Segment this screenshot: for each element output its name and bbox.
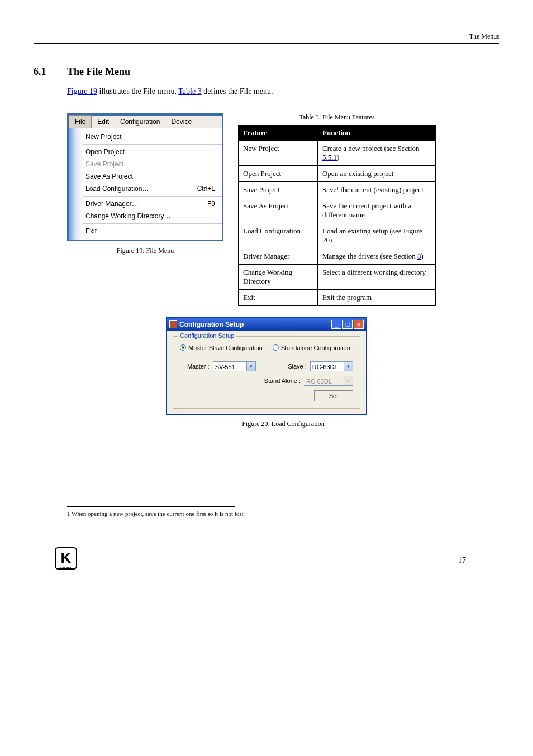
- cell-feature: Load Configuration: [239, 223, 318, 248]
- menubar: File Edit Configuration Device: [69, 116, 222, 128]
- menu-separator: [83, 196, 222, 197]
- titlebar[interactable]: Configuration Setup _ □ ×: [167, 318, 366, 331]
- table-row: Driver Manager Manage the drivers (see S…: [239, 248, 436, 264]
- radio-label: Master Slave Configuration: [188, 344, 263, 351]
- close-button[interactable]: ×: [354, 320, 364, 329]
- menu-load-configuration[interactable]: Load Configuration…Ctrl+L: [83, 183, 222, 195]
- menu-sidebar-gradient: [69, 128, 83, 240]
- slave-value: RC-63DL: [310, 361, 344, 371]
- section-link[interactable]: 8: [417, 252, 421, 260]
- kramer-logo: K KRAMER: [55, 547, 77, 570]
- standalone-combo: RC-63DL ▾: [304, 376, 353, 386]
- th-feature: Feature: [239, 125, 318, 140]
- master-value: SV-551: [213, 361, 247, 371]
- menu-item-label: New Project: [85, 133, 122, 141]
- cell-function: Create a new project (see Section 5.5.1): [317, 140, 435, 165]
- set-button[interactable]: Set: [314, 390, 353, 401]
- radio-icon: [273, 344, 279, 351]
- radio-master-slave[interactable]: Master Slave Configuration: [180, 344, 263, 351]
- menu-item-label: Driver Manager…: [85, 200, 139, 208]
- cell-feature: Save As Project: [239, 198, 318, 223]
- table-row: Save Project Save¹ the current (existing…: [239, 181, 436, 198]
- cell-function: Exit the program: [317, 289, 435, 305]
- table-row: Exit Exit the program: [239, 289, 436, 305]
- menu-separator: [83, 223, 222, 224]
- cell-feature: Open Project: [239, 165, 318, 181]
- configuration-setup-dialog: Configuration Setup _ □ × Configuration …: [166, 317, 367, 415]
- file-menu-screenshot: File Edit Configuration Device New Proje…: [67, 113, 223, 241]
- menu-file[interactable]: File: [69, 115, 92, 128]
- menu-item-label: Save Project: [85, 160, 123, 168]
- menu-item-label: Open Project: [85, 148, 125, 156]
- file-menu-features-table: Feature Function New Project Create a ne…: [238, 125, 436, 306]
- menu-device[interactable]: Device: [165, 116, 197, 128]
- table-row: Change Working Directory Select a differ…: [239, 264, 436, 289]
- menu-edit[interactable]: Edit: [92, 116, 115, 128]
- para-text1: illustrates the File menu.: [97, 87, 178, 95]
- radio-icon: [180, 344, 186, 351]
- cell-function: Manage the drivers (see Section 8): [317, 248, 435, 264]
- intro-paragraph: Figure 19 illustrates the File menu. Tab…: [67, 85, 499, 98]
- table-row: Save As Project Save the current project…: [239, 198, 436, 223]
- cell-feature: Exit: [239, 289, 318, 305]
- master-combo[interactable]: SV-551 ▾: [213, 361, 256, 371]
- groupbox-legend: Configuration Setup: [178, 332, 236, 339]
- master-label: Master :: [180, 363, 210, 370]
- menu-exit[interactable]: Exit: [83, 225, 222, 237]
- cell-function: Select a different working directory: [317, 264, 435, 289]
- menu-driver-manager[interactable]: Driver Manager…F9: [83, 198, 222, 210]
- section-title: The File Menu: [67, 66, 130, 78]
- menu-item-label: Load Configuration…: [85, 185, 149, 193]
- table3-link[interactable]: Table 3: [178, 87, 201, 95]
- dialog-title: Configuration Setup: [179, 320, 244, 328]
- chevron-down-icon[interactable]: ▾: [247, 361, 256, 371]
- menu-save-project: Save Project: [83, 158, 222, 170]
- cell-function: Save the current project with a differen…: [317, 198, 435, 223]
- logo-sublabel: KRAMER: [60, 566, 71, 569]
- figure19-link[interactable]: Figure 19: [67, 87, 97, 95]
- footnote: 1 When opening a new project, save the c…: [67, 510, 499, 517]
- menu-save-as-project[interactable]: Save As Project: [83, 170, 222, 183]
- cell-function: Load an existing setup (see Figure 20): [317, 223, 435, 248]
- cell-feature: Save Project: [239, 181, 318, 198]
- table3-caption: Table 3: File Menu Features: [238, 113, 436, 122]
- file-menu-list: New Project Open Project Save Project Sa…: [83, 128, 222, 240]
- cell-feature: Driver Manager: [239, 248, 318, 264]
- slave-combo[interactable]: RC-63DL ▾: [310, 361, 353, 371]
- menu-separator: [83, 144, 222, 145]
- section-heading: 6.1 The File Menu: [34, 66, 499, 78]
- para-text2: defines the File menu.: [202, 87, 273, 95]
- cell-function: Open an existing project: [317, 165, 435, 181]
- menu-new-project[interactable]: New Project: [83, 131, 222, 143]
- figure19-caption: Figure 19: File Menu: [67, 247, 223, 255]
- section-link[interactable]: 5.5.1: [322, 153, 337, 161]
- cell-function: Save¹ the current (existing) project: [317, 181, 435, 198]
- chevron-down-icon[interactable]: ▾: [344, 361, 353, 371]
- maximize-button[interactable]: □: [342, 320, 353, 329]
- minimize-button[interactable]: _: [331, 320, 341, 329]
- radio-label: Standalone Configuration: [281, 344, 350, 351]
- menu-item-label: Exit: [85, 227, 97, 235]
- table-row: New Project Create a new project (see Se…: [239, 140, 436, 165]
- menu-open-project[interactable]: Open Project: [83, 146, 222, 158]
- table-row: Load Configuration Load an existing setu…: [239, 223, 436, 248]
- standalone-value: RC-63DL: [304, 376, 344, 386]
- page-number: 17: [458, 556, 466, 565]
- menu-change-working-dir[interactable]: Change Working Directory…: [83, 210, 222, 222]
- chevron-down-icon: ▾: [344, 376, 353, 386]
- configuration-setup-group: Configuration Setup Master Slave Configu…: [173, 336, 360, 409]
- cell-feature: New Project: [239, 140, 318, 165]
- top-rule: [34, 43, 499, 44]
- th-function: Function: [317, 125, 435, 140]
- slave-label: Slave :: [287, 363, 307, 370]
- logo-letter: K: [61, 549, 72, 567]
- figure20-caption: Figure 20: Load Configuration: [67, 420, 499, 428]
- section-number: 6.1: [34, 66, 67, 78]
- menu-item-label: Change Working Directory…: [85, 212, 171, 220]
- menu-item-shortcut: Ctrl+L: [197, 185, 215, 193]
- cell-feature: Change Working Directory: [239, 264, 318, 289]
- radio-standalone[interactable]: Standalone Configuration: [273, 344, 350, 351]
- menu-configuration[interactable]: Configuration: [115, 116, 165, 128]
- standalone-label: Stand Alone :: [264, 377, 301, 384]
- app-icon: [169, 320, 177, 328]
